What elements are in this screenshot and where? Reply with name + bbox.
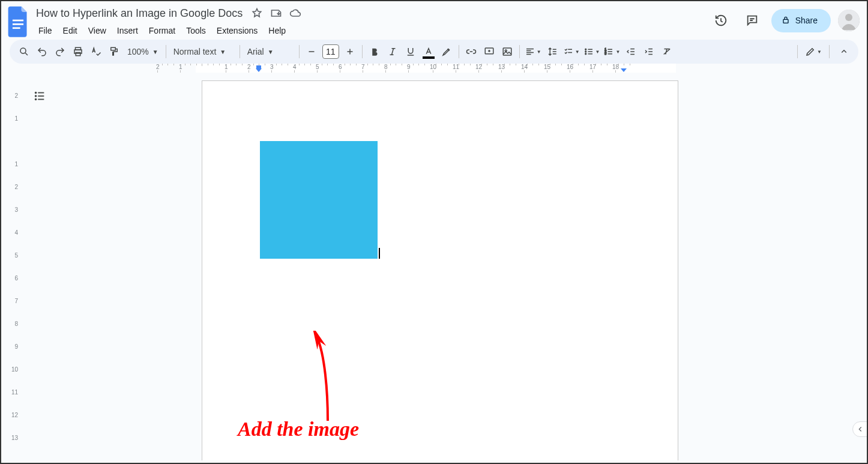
ruler-minor-tick [607,64,607,65]
numbered-list-icon[interactable]: 123▼ [602,43,621,60]
vertical-ruler[interactable]: 2112345678910111213 [1,64,22,460]
ruler-minor-tick [601,64,601,65]
menu-tools[interactable]: Tools [181,23,211,38]
ruler-tick: 9 [407,64,411,73]
undo-icon[interactable] [34,43,50,60]
ruler-minor-tick [561,64,562,65]
ruler-tick: 1 [179,64,182,73]
account-avatar[interactable] [838,10,860,31]
horizontal-ruler[interactable]: 21123456789101112131415161718 [22,64,867,74]
checklist-icon[interactable]: ▼ [562,43,581,60]
bold-icon[interactable] [366,43,383,60]
font-select[interactable]: Arial ▼ [244,43,295,60]
comments-icon[interactable] [740,8,764,32]
ruler-minor-tick [236,64,237,65]
ruler-minor-tick [493,64,493,65]
increase-indent-icon[interactable] [640,43,657,60]
svg-point-15 [585,51,586,52]
ruler-minor-tick [481,64,482,65]
workspace: 2112345678910111213 21123456789101112131… [1,64,867,460]
redo-icon[interactable] [52,43,68,60]
ruler-minor-tick [288,64,288,65]
ruler-tick: 1 [225,64,228,73]
ruler-minor-tick [527,64,528,65]
ruler-minor-tick [304,64,305,65]
paragraph-style-select[interactable]: Normal text ▼ [170,43,236,60]
ruler-minor-tick [185,64,185,65]
ruler-minor-tick [167,64,168,65]
collapse-toolbar-icon[interactable] [836,43,852,60]
ruler-minor-tick [310,64,311,65]
ruler-minor-tick [162,64,163,65]
print-icon[interactable] [70,43,86,60]
separator [519,45,520,58]
ruler-minor-tick [487,64,487,65]
decrease-indent-icon[interactable] [622,43,639,60]
zoom-value: 100% [127,47,149,56]
zoom-select[interactable]: 100% ▼ [124,43,162,60]
ruler-minor-tick [373,64,373,65]
decrease-font-icon[interactable] [303,43,320,60]
menu-view[interactable]: View [83,23,111,38]
font-size-input[interactable] [322,44,339,59]
add-comment-icon[interactable] [481,43,498,60]
ruler-minor-tick [299,64,300,65]
ruler-minor-tick [618,64,619,65]
text-color-icon[interactable] [420,43,437,60]
svg-point-22 [35,99,37,100]
svg-rect-3 [783,19,788,23]
history-icon[interactable] [709,8,733,32]
clear-format-icon[interactable] [659,43,675,60]
svg-point-21 [35,95,37,97]
svg-rect-1 [13,23,23,25]
share-button[interactable]: Share [771,9,831,32]
separator [797,45,798,58]
menu-edit[interactable]: Edit [58,23,82,38]
underline-icon[interactable] [402,43,419,60]
increase-font-icon[interactable] [342,43,358,60]
ruler-tick: 13 [1,435,18,441]
line-spacing-icon[interactable] [544,43,561,60]
annotation-text: Add the image [238,418,359,441]
title-area: How to Hyperlink an Image in Google Docs… [34,5,709,40]
italic-icon[interactable] [384,43,401,60]
ruler-minor-tick [276,64,277,65]
ruler-minor-tick [190,64,191,65]
annotation-arrow [310,331,346,427]
menu-extensions[interactable]: Extensions [212,23,262,38]
move-icon[interactable] [270,7,282,19]
inserted-image[interactable] [260,141,378,259]
star-icon[interactable] [251,7,263,19]
spellcheck-icon[interactable] [88,43,104,60]
menu-format[interactable]: Format [144,23,180,38]
search-menu-icon[interactable] [16,43,32,60]
insert-image-icon[interactable] [499,43,516,60]
ruler-minor-tick [555,64,556,65]
doc-title[interactable]: How to Hyperlink an Image in Google Docs [34,6,245,21]
ruler-minor-tick [379,64,379,65]
highlight-icon[interactable] [438,43,455,60]
menu-help[interactable]: Help [264,23,291,38]
paint-format-icon[interactable] [106,43,122,60]
ruler-tick: 2 [1,92,18,99]
ruler-tick: 8 [1,321,18,327]
align-icon[interactable]: ▼ [523,43,543,60]
font-value: Arial [247,47,264,56]
ruler-tick: 8 [384,64,388,73]
caret-down-icon: ▼ [152,49,158,55]
ruler-minor-tick [265,64,265,65]
docs-logo[interactable] [6,6,30,37]
outline-toggle-icon[interactable] [29,85,50,107]
cloud-status-icon[interactable] [289,7,301,19]
svg-point-5 [845,14,852,21]
editing-mode-icon[interactable]: ▼ [804,43,823,60]
menu-insert[interactable]: Insert [112,23,143,38]
expand-side-panel-icon[interactable] [852,421,868,437]
ruler-tick: 10 [1,366,18,373]
ruler-minor-tick [538,64,539,65]
bulleted-list-icon[interactable]: ▼ [582,43,601,60]
insert-link-icon[interactable] [463,43,480,60]
menu-file[interactable]: File [34,23,57,38]
ruler-minor-tick [390,64,391,65]
document-page[interactable] [202,80,678,460]
